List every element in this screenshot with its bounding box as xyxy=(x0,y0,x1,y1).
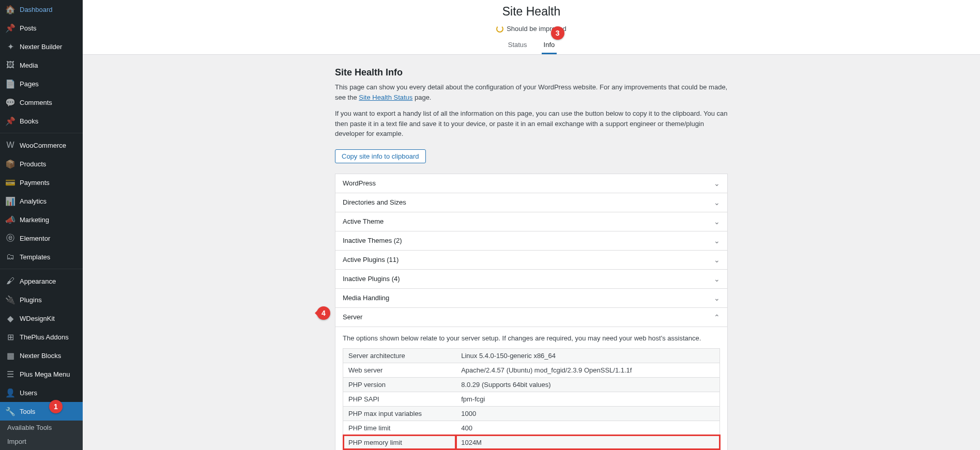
woocommerce-icon: W xyxy=(5,140,16,150)
row-key: Server architecture xyxy=(343,348,456,363)
nexter-blocks-icon: ▦ xyxy=(5,350,16,361)
sidebar-item-theplus-addons[interactable]: ⊞ThePlus Addons xyxy=(0,328,83,346)
chevron-down-icon: ⌄ xyxy=(714,275,720,283)
submenu-item-available-tools[interactable]: Available Tools xyxy=(0,421,83,435)
accordion-header[interactable]: Directories and Sizes⌄ xyxy=(335,193,727,212)
row-value: 8.0.29 (Supports 64bit values) xyxy=(456,377,719,392)
accordion-label: Inactive Themes (2) xyxy=(343,237,402,244)
sidebar-item-media[interactable]: 🖼Media xyxy=(0,56,83,74)
sidebar-item-label: Comments xyxy=(20,99,52,106)
sidebar-item-appearance[interactable]: 🖌Appearance xyxy=(0,272,83,290)
sidebar-item-label: Marketing xyxy=(20,216,49,224)
products-icon: 📦 xyxy=(5,159,16,169)
spinner-icon xyxy=(496,25,503,33)
accordion-directories-and-sizes: Directories and Sizes⌄ xyxy=(335,193,727,212)
row-value: Linux 5.4.0-150-generic x86_64 xyxy=(456,348,719,363)
row-value: Apache/2.4.57 (Ubuntu) mod_fcgid/2.3.9 O… xyxy=(456,363,719,377)
sidebar-item-label: Templates xyxy=(20,253,50,261)
accordion-header[interactable]: WordPress⌄ xyxy=(335,174,727,193)
accordion-header[interactable]: Active Plugins (11)⌄ xyxy=(335,251,727,269)
plugins-icon: 🔌 xyxy=(5,294,16,305)
sidebar-item-label: ThePlus Addons xyxy=(20,333,69,341)
accordion-body-server: The options shown below relate to your s… xyxy=(335,327,727,451)
comments-icon: 💬 xyxy=(5,97,16,107)
sidebar-item-label: Pages xyxy=(20,80,39,88)
sidebar-item-users[interactable]: 👤Users xyxy=(0,383,83,402)
accordion-header[interactable]: Inactive Themes (2)⌄ xyxy=(335,231,727,250)
sidebar-item-tools[interactable]: 🔧Tools xyxy=(0,402,83,421)
accordion-header[interactable]: Server⌃ xyxy=(335,308,727,327)
tab-info[interactable]: Info xyxy=(542,37,557,54)
site-health-info: Site Health Info This page can show you … xyxy=(325,55,738,450)
sidebar-item-dashboard[interactable]: 🏠Dashboard xyxy=(0,0,83,19)
sidebar-item-label: Plugins xyxy=(20,296,42,304)
site-health-status-link[interactable]: Site Health Status xyxy=(359,94,412,101)
tab-status[interactable]: Status xyxy=(506,37,529,54)
books-icon: 📌 xyxy=(5,116,16,126)
sidebar-item-label: WDesignKit xyxy=(20,315,55,322)
plus-mega-menu-icon: ☰ xyxy=(5,369,16,379)
sidebar-item-templates[interactable]: 🗂Templates xyxy=(0,247,83,266)
submenu-item-import[interactable]: Import xyxy=(0,435,83,448)
site-health-header: Site Health Should be improved Status In… xyxy=(83,0,980,55)
sidebar-item-products[interactable]: 📦Products xyxy=(0,154,83,173)
sidebar-item-label: Books xyxy=(20,117,38,125)
sidebar-item-label: Appearance xyxy=(20,277,56,285)
row-key: Web server xyxy=(343,363,456,377)
sidebar-item-label: Plus Mega Menu xyxy=(20,370,70,378)
row-value: 1024M xyxy=(456,435,719,449)
sidebar-item-woocommerce[interactable]: WWooCommerce xyxy=(0,136,83,154)
dashboard-icon: 🏠 xyxy=(5,4,16,14)
table-row: PHP SAPIfpm-fcgi xyxy=(343,392,720,406)
main-content: Site Health Should be improved Status In… xyxy=(83,0,980,450)
info-accordion: WordPress⌄Directories and Sizes⌄Active T… xyxy=(335,174,728,451)
status-line: Should be improved xyxy=(83,23,980,37)
chevron-down-icon: ⌄ xyxy=(714,198,720,207)
sidebar-item-wdesignkit[interactable]: ◆WDesignKit xyxy=(0,309,83,328)
accordion-header[interactable]: Active Theme⌄ xyxy=(335,212,727,231)
accordion-label: Directories and Sizes xyxy=(343,198,406,206)
appearance-icon: 🖌 xyxy=(5,276,16,286)
info-para1: This page can show you every detail abou… xyxy=(335,82,728,102)
row-value: fpm-fcgi xyxy=(456,392,719,406)
sidebar-item-payments[interactable]: 💳Payments xyxy=(0,173,83,192)
sidebar-item-nexter-blocks[interactable]: ▦Nexter Blocks xyxy=(0,346,83,365)
row-value: 400 xyxy=(456,421,719,435)
posts-icon: 📌 xyxy=(5,23,16,33)
sidebar-item-plus-mega-menu[interactable]: ☰Plus Mega Menu xyxy=(0,365,83,383)
accordion-header[interactable]: Media Handling⌄ xyxy=(335,289,727,307)
sidebar-item-marketing[interactable]: 📣Marketing xyxy=(0,210,83,229)
sidebar-item-label: Products xyxy=(20,160,46,168)
sidebar-item-analytics[interactable]: 📊Analytics xyxy=(0,192,83,210)
theplus-addons-icon: ⊞ xyxy=(5,332,16,342)
server-description: The options shown below relate to your s… xyxy=(343,334,720,342)
sidebar-item-label: Dashboard xyxy=(20,6,53,13)
accordion-server: Server⌃The options shown below relate to… xyxy=(335,308,727,451)
sidebar-item-elementor[interactable]: ⓔElementor xyxy=(0,229,83,247)
pages-icon: 📄 xyxy=(5,79,16,89)
accordion-label: Active Plugins (11) xyxy=(343,256,399,263)
table-row: Server architectureLinux 5.4.0-150-gener… xyxy=(343,348,720,363)
annotation-callout-3: 3 xyxy=(551,26,564,40)
row-key: PHP time limit xyxy=(343,421,456,435)
info-para2: If you want to export a handy list of al… xyxy=(335,108,728,139)
analytics-icon: 📊 xyxy=(5,196,16,206)
sidebar-item-pages[interactable]: 📄Pages xyxy=(0,74,83,93)
sidebar-item-comments[interactable]: 💬Comments xyxy=(0,93,83,112)
sidebar-item-label: Analytics xyxy=(20,197,47,205)
chevron-up-icon: ⌃ xyxy=(714,313,720,321)
sidebar-item-nexter-builder[interactable]: ✦Nexter Builder xyxy=(0,37,83,56)
accordion-header[interactable]: Inactive Plugins (4)⌄ xyxy=(335,270,727,288)
row-value: 1000 xyxy=(456,406,719,421)
sidebar-item-plugins[interactable]: 🔌Plugins xyxy=(0,290,83,309)
sidebar-item-label: Nexter Builder xyxy=(20,43,62,51)
sidebar-item-books[interactable]: 📌Books xyxy=(0,112,83,130)
sidebar-item-posts[interactable]: 📌Posts xyxy=(0,19,83,37)
accordion-wordpress: WordPress⌄ xyxy=(335,174,727,193)
server-info-table: Server architectureLinux 5.4.0-150-gener… xyxy=(343,348,720,451)
marketing-icon: 📣 xyxy=(5,214,16,225)
copy-site-info-button[interactable]: Copy site info to clipboard xyxy=(335,149,426,163)
table-row: PHP time limit400 xyxy=(343,421,720,435)
sidebar-item-label: Users xyxy=(20,389,37,397)
tools-icon: 🔧 xyxy=(5,406,16,416)
